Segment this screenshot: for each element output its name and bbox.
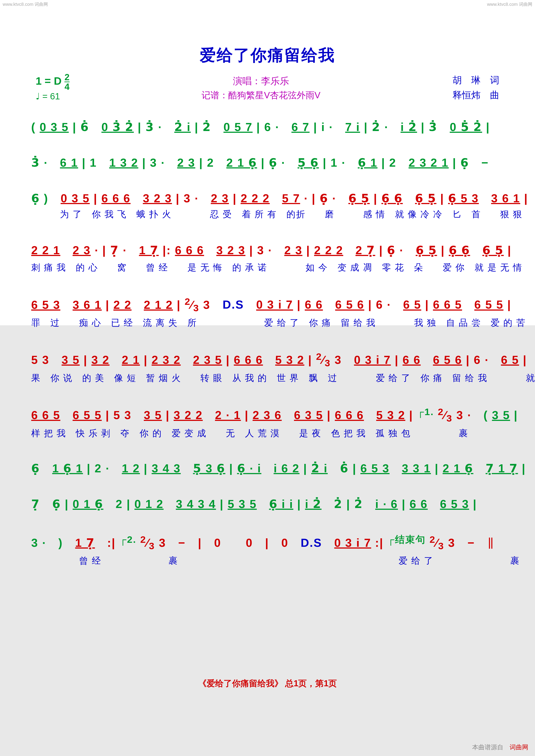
lyrics-row: 果 你 说 的 美 像 短 暂 烟 火 转 眼 从 我 的 世 界 飘 过 爱 … [31, 372, 504, 384]
lyrics-row: 刺 痛 我 的 心 窝 曾 经 是 无 悔 的 承 诺 如 今 变 成 凋 零 … [31, 261, 504, 274]
watermark-top-left: www.ktvc8.com 词曲网 [3, 1, 48, 7]
notation-row: 5 3 3 5 | 3 2 2 1 | 2 3 2 2 3 5 | 6 6 6 … [31, 351, 504, 369]
notation-row: 6̣ 1 6̣ 1 | 2 · 1 2 | 3 4 3 5̣ 3 6̣ | 6̣… [31, 462, 504, 475]
score-line: 3 · ) 1 7̣ :| ┌2. 2⁄3 3 − | 0 0 | 0 D.S … [31, 533, 504, 567]
notation-row: 3 · ) 1 7̣ :| ┌2. 2⁄3 3 − | 0 0 | 0 D.S … [31, 533, 504, 552]
score-line: 7̣ 6̣ | 0 1 6̣ 2 | 0 1 2 3 4 3 4 | 5 3 5… [31, 497, 504, 511]
notation-row: 6 5 3 3 6 1 | 2 2 2 1 2 | 2⁄3 3 D.S 0 3 … [31, 296, 504, 313]
score-line: 6̣ 1 6̣ 1 | 2 · 1 2 | 3 4 3 5̣ 3 6̣ | 6̣… [31, 462, 504, 475]
score-line: 6 5 3 3 6 1 | 2 2 2 1 2 | 2⁄3 3 D.S 0 3 … [31, 296, 504, 329]
song-title: 爱给了你痛留给我 [22, 44, 513, 66]
watermark-top-right: www.ktvc8.com 词曲网 [487, 1, 532, 7]
lyrics-row: 样 把 我 快 乐 剥 夺 你 的 爱 变 成 无 人 荒 漠 是 夜 色 把 … [31, 427, 504, 439]
notation-row: 6̣ ) 0 3 5 | 6 6 6 3 2 3 | 3 · 2 3 | 2 2… [31, 192, 504, 205]
score-body: ( 0 3 5 | 6̇ 0 3̇ 2̇ | 3̇ · 2̇ i | 2̇ 0 … [22, 120, 513, 567]
key-signature: 1 = D 24 [36, 73, 70, 91]
notation-row: 7̣ 6̣ | 0 1 6̣ 2 | 0 1 2 3 4 3 4 | 5 3 5… [31, 497, 504, 511]
transcriber-credit: 记谱：酷狗繁星V杏花弦外雨V [70, 89, 453, 101]
score-line: 3̇ · 6 1 | 1 1 3 2 | 3 · 2 3 | 2 2 1 6̣ … [31, 156, 504, 169]
score-line: 6 6 5 6 5 5 | 5 3 3 5 | 3 2 2 2 · 1 | 2 … [31, 406, 504, 439]
lyrics-row: 曾 经 裹 爱 给 了 裹 [31, 554, 504, 567]
score-line: 2 2 1 2 3 · | 7̣ · 1 7̣ |: 6 6 6 3 2 3 |… [31, 243, 504, 274]
tempo-marking: ♩ = 61 [36, 91, 70, 101]
lyrics-row: 为 了 你 我 飞 蛾 扑 火 忍 受 着 所 有 的折 磨 感 情 就 像 冷… [31, 208, 504, 220]
author-credits: 胡 琳 词 释恒炜 曲 [453, 73, 499, 102]
score-line: ( 0 3 5 | 6̇ 0 3̇ 2̇ | 3̇ · 2̇ i | 2̇ 0 … [31, 120, 504, 134]
notation-row: 2 2 1 2 3 · | 7̣ · 1 7̣ |: 6 6 6 3 2 3 |… [31, 243, 504, 258]
notation-row: 6 6 5 6 5 5 | 5 3 3 5 | 3 2 2 2 · 1 | 2 … [31, 406, 504, 424]
singer-credit: 演唱：李乐乐 [70, 75, 453, 87]
source-attribution: 本曲谱源自 词曲网 [472, 743, 528, 751]
notation-row: ( 0 3 5 | 6̇ 0 3̇ 2̇ | 3̇ · 2̇ i | 2̇ 0 … [31, 120, 504, 134]
page-footer: 《爱给了你痛留给我》 总1页，第1页 [0, 678, 535, 689]
score-line: 6̣ ) 0 3 5 | 6 6 6 3 2 3 | 3 · 2 3 | 2 2… [31, 192, 504, 220]
score-line: 5 3 3 5 | 3 2 2 1 | 2 3 2 2 3 5 | 6 6 6 … [31, 351, 504, 384]
lyrics-row: 罪 过 痴 心 已 经 流 离 失 所 爱 给 了 你 痛 留 给 我 我 独 … [31, 317, 504, 329]
notation-row: 3̇ · 6 1 | 1 1 3 2 | 3 · 2 3 | 2 2 1 6̣ … [31, 156, 504, 169]
